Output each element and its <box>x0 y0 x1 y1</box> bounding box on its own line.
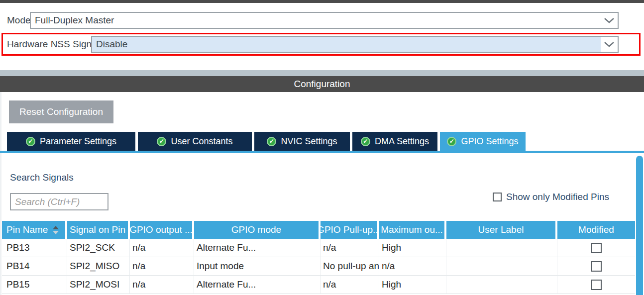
configuration-title: Configuration <box>294 79 350 90</box>
mode-dropdown[interactable]: Full-Duplex Master <box>30 12 619 29</box>
tab-dma-settings[interactable]: ✓ DMA Settings <box>352 132 437 151</box>
cell-modified <box>557 276 635 294</box>
configuration-header: Configuration <box>0 76 644 92</box>
tab-label: User Constants <box>171 136 232 147</box>
tab-gpio-settings[interactable]: ✓ GPIO Settings <box>440 132 526 151</box>
tab-nvic-settings[interactable]: ✓ NVIC Settings <box>254 132 350 151</box>
column-header-gpio-pull[interactable]: GPIO Pull-up... <box>321 221 379 239</box>
hardware-nss-dropdown-value: Disable <box>92 37 601 52</box>
cell-signal-on-pin[interactable]: SPI2_SCK <box>67 239 130 257</box>
column-header-label: Pin Name <box>6 224 48 235</box>
modified-checkbox[interactable] <box>591 280 602 290</box>
tab-user-constants[interactable]: ✓ User Constants <box>138 132 252 151</box>
active-tab-underline <box>0 151 644 153</box>
show-only-modified-checkbox[interactable] <box>493 193 502 201</box>
column-header-signal-on-pin[interactable]: Signal on Pin <box>67 221 130 239</box>
gpio-pin-table: Pin Name Signal on Pin GPIO output ... G… <box>2 221 635 294</box>
column-header-maximum-output[interactable]: Maximum ou... <box>379 221 446 239</box>
mode-label: Mode <box>7 12 31 29</box>
modified-checkbox[interactable] <box>591 243 602 253</box>
check-circle-icon: ✓ <box>157 137 166 146</box>
cell-gpio-pull[interactable]: No pull-up an... <box>321 257 379 276</box>
top-divider <box>0 0 644 3</box>
section-divider-strip <box>0 70 644 76</box>
search-input[interactable] <box>10 193 108 210</box>
cell-signal-on-pin[interactable]: SPI2_MISO <box>67 257 130 276</box>
cell-gpio-pull[interactable]: n/a <box>321 239 379 257</box>
hardware-nss-dropdown[interactable]: Disable <box>91 36 619 53</box>
column-header-pin-name[interactable]: Pin Name <box>2 221 67 239</box>
tab-parameter-settings[interactable]: ✓ Parameter Settings <box>7 132 135 151</box>
check-circle-icon: ✓ <box>267 137 276 146</box>
cell-pin-name[interactable]: PB15 <box>2 276 67 294</box>
chevron-down-icon <box>601 41 618 47</box>
cell-gpio-output[interactable]: n/a <box>130 257 194 276</box>
settings-tabbar: ✓ Parameter Settings ✓ User Constants ✓ … <box>7 132 526 151</box>
cell-maximum-output[interactable]: High <box>379 239 446 257</box>
check-circle-icon: ✓ <box>26 137 35 146</box>
modified-checkbox[interactable] <box>591 261 602 272</box>
cell-user-label[interactable] <box>446 276 557 294</box>
column-header-gpio-output[interactable]: GPIO output ... <box>130 221 194 239</box>
cell-signal-on-pin[interactable]: SPI2_MOSI <box>67 276 130 294</box>
vertical-scrollbar-thumb[interactable] <box>636 156 643 295</box>
cell-gpio-output[interactable]: n/a <box>130 239 194 257</box>
cell-maximum-output[interactable]: n/a <box>379 257 446 276</box>
cell-maximum-output[interactable]: High <box>379 276 446 294</box>
mode-dropdown-value: Full-Duplex Master <box>31 13 601 28</box>
cell-modified <box>557 257 635 276</box>
check-circle-icon: ✓ <box>361 137 370 146</box>
tab-label: DMA Settings <box>375 136 429 147</box>
hardware-nss-label: Hardware NSS Signal <box>7 36 99 53</box>
cell-user-label[interactable] <box>446 257 557 276</box>
column-header-gpio-mode[interactable]: GPIO mode <box>194 221 321 239</box>
reset-configuration-button[interactable]: Reset Configuration <box>9 100 113 123</box>
check-circle-icon: ✓ <box>447 137 456 146</box>
show-only-modified-control: Show only Modified Pins <box>493 191 609 203</box>
column-header-user-label[interactable]: User Label <box>446 221 557 239</box>
panel-left-edge <box>0 92 1 295</box>
tab-label: NVIC Settings <box>281 136 337 147</box>
cell-gpio-pull[interactable]: n/a <box>321 276 379 294</box>
chevron-down-icon <box>601 17 618 23</box>
show-only-modified-label: Show only Modified Pins <box>506 192 609 202</box>
cell-gpio-mode[interactable]: Input mode <box>194 257 321 276</box>
sort-icon <box>53 226 59 234</box>
tab-label: Parameter Settings <box>40 136 116 147</box>
search-signals-label: Search Signals <box>10 172 74 183</box>
cell-gpio-mode[interactable]: Alternate Fu... <box>194 239 321 257</box>
cell-pin-name[interactable]: PB13 <box>2 239 67 257</box>
cell-pin-name[interactable]: PB14 <box>2 257 67 276</box>
tab-label: GPIO Settings <box>461 136 518 147</box>
cell-modified <box>557 239 635 257</box>
cell-user-label[interactable] <box>446 239 557 257</box>
column-header-modified[interactable]: Modified <box>557 221 635 239</box>
cell-gpio-mode[interactable]: Alternate Fu... <box>194 276 321 294</box>
spi-configuration-panel: Mode Full-Duplex Master Hardware NSS Sig… <box>0 0 644 295</box>
cell-gpio-output[interactable]: n/a <box>130 276 194 294</box>
